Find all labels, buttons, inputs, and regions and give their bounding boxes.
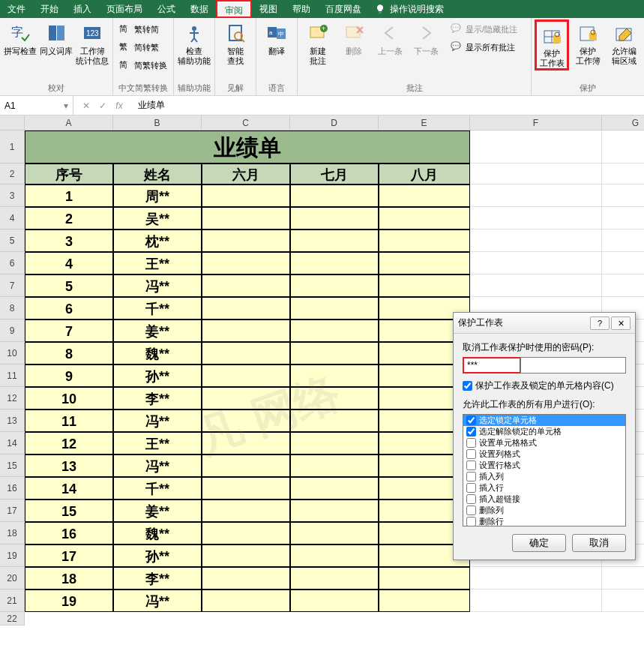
chinese-convert-button[interactable]: 简简繁转换: [116, 57, 170, 74]
show-all-comments-button[interactable]: 💬显示所有批注: [448, 39, 520, 56]
table-data-cell[interactable]: [290, 320, 379, 342]
table-data-cell[interactable]: 18: [25, 567, 113, 590]
row-header[interactable]: 16: [0, 477, 25, 500]
tab-pagelayout[interactable]: 页面布局: [99, 0, 150, 18]
table-data-cell[interactable]: [290, 207, 379, 230]
permission-item[interactable]: 选定解除锁定的单元格: [463, 426, 625, 437]
table-data-cell[interactable]: 19: [25, 590, 113, 612]
tab-view[interactable]: 视图: [252, 0, 285, 18]
table-data-cell[interactable]: [290, 500, 379, 522]
tab-help[interactable]: 帮助: [285, 0, 318, 18]
permission-checkbox[interactable]: [466, 517, 476, 526]
table-data-cell[interactable]: [290, 252, 379, 274]
table-data-cell[interactable]: 千**: [113, 297, 202, 320]
row-header[interactable]: 7: [0, 274, 25, 297]
table-data-cell[interactable]: [290, 522, 379, 544]
table-data-cell[interactable]: [202, 207, 290, 230]
table-data-cell[interactable]: 9: [25, 364, 113, 387]
prev-comment-button[interactable]: 上一条: [373, 20, 407, 56]
table-data-cell[interactable]: 魏**: [113, 522, 202, 544]
table-data-cell[interactable]: 千**: [113, 477, 202, 500]
cancel-button[interactable]: 取消: [572, 534, 626, 552]
table-data-cell[interactable]: [290, 230, 379, 252]
row-header[interactable]: 19: [0, 544, 25, 567]
table-title-cell[interactable]: 业绩单: [25, 130, 470, 164]
table-data-cell[interactable]: 吴**: [113, 207, 202, 230]
tell-me[interactable]: 操作说明搜索: [375, 3, 444, 16]
enter-formula-icon[interactable]: ✓: [96, 100, 109, 111]
cell[interactable]: [602, 230, 644, 252]
table-header-cell[interactable]: 姓名: [113, 164, 202, 184]
table-data-cell[interactable]: 冯**: [113, 454, 202, 477]
password-input-ext[interactable]: [520, 357, 626, 374]
table-data-cell[interactable]: [379, 252, 470, 274]
cell[interactable]: [602, 130, 644, 164]
cancel-formula-icon[interactable]: ✕: [79, 100, 93, 111]
row-header[interactable]: 15: [0, 454, 25, 477]
row-header[interactable]: 1: [0, 130, 25, 164]
tab-insert[interactable]: 插入: [66, 0, 99, 18]
table-header-cell[interactable]: 七月: [290, 164, 379, 184]
permission-checkbox[interactable]: [466, 416, 476, 425]
permission-checkbox[interactable]: [466, 427, 476, 436]
table-data-cell[interactable]: [202, 590, 290, 612]
table-data-cell[interactable]: 1: [25, 184, 113, 207]
permission-checkbox[interactable]: [466, 506, 476, 515]
row-header[interactable]: 21: [0, 590, 25, 612]
row-header[interactable]: 6: [0, 252, 25, 274]
row-header[interactable]: 18: [0, 522, 25, 544]
table-data-cell[interactable]: 16: [25, 522, 113, 544]
column-header[interactable]: E: [379, 116, 470, 130]
table-data-cell[interactable]: 孙**: [113, 364, 202, 387]
tab-formulas[interactable]: 公式: [150, 0, 183, 18]
thesaurus-button[interactable]: 同义词库: [39, 20, 73, 56]
table-data-cell[interactable]: 冯**: [113, 410, 202, 432]
cell[interactable]: [470, 184, 602, 207]
workbook-stats-button[interactable]: 123 工作簿 统计信息: [75, 20, 109, 66]
column-header[interactable]: D: [290, 116, 379, 130]
row-header[interactable]: 5: [0, 230, 25, 252]
table-header-cell[interactable]: 六月: [202, 164, 290, 184]
tab-file[interactable]: 文件: [0, 0, 33, 18]
cell[interactable]: [470, 274, 602, 297]
row-header[interactable]: 12: [0, 387, 25, 410]
table-data-cell[interactable]: 12: [25, 432, 113, 454]
table-data-cell[interactable]: [202, 544, 290, 567]
table-data-cell[interactable]: 孙**: [113, 544, 202, 567]
column-header[interactable]: C: [202, 116, 290, 130]
permission-checkbox[interactable]: [466, 449, 476, 459]
row-header[interactable]: 8: [0, 297, 25, 320]
smart-lookup-button[interactable]: 智能 查找: [218, 20, 253, 66]
table-data-cell[interactable]: 5: [25, 274, 113, 297]
next-comment-button[interactable]: 下一条: [409, 20, 443, 56]
cell[interactable]: [602, 567, 644, 590]
table-data-cell[interactable]: [202, 522, 290, 544]
tab-review[interactable]: 审阅: [216, 0, 252, 18]
row-header[interactable]: 2: [0, 164, 25, 184]
table-data-cell[interactable]: [290, 342, 379, 364]
table-data-cell[interactable]: 17: [25, 544, 113, 567]
table-data-cell[interactable]: 姜**: [113, 500, 202, 522]
table-data-cell[interactable]: [202, 410, 290, 432]
table-data-cell[interactable]: 8: [25, 342, 113, 364]
tab-home[interactable]: 开始: [33, 0, 66, 18]
table-data-cell[interactable]: [379, 230, 470, 252]
permission-item[interactable]: 删除列: [463, 505, 625, 516]
ok-button[interactable]: 确定: [512, 534, 566, 552]
table-data-cell[interactable]: [290, 297, 379, 320]
permission-item[interactable]: 插入列: [463, 471, 625, 482]
delete-comment-button[interactable]: 删除: [337, 20, 371, 56]
cell[interactable]: [602, 590, 644, 612]
namebox-dropdown-icon[interactable]: ▾: [64, 100, 68, 111]
table-data-cell[interactable]: 枕**: [113, 230, 202, 252]
row-header[interactable]: 11: [0, 364, 25, 387]
permission-checkbox[interactable]: [466, 438, 476, 448]
table-data-cell[interactable]: [290, 184, 379, 207]
table-data-cell[interactable]: [290, 454, 379, 477]
show-hide-comment-button[interactable]: 💬显示/隐藏批注: [448, 21, 520, 38]
protect-workbook-button[interactable]: 保护 工作簿: [571, 20, 605, 66]
spellcheck-button[interactable]: 字 拼写检查: [3, 20, 37, 56]
table-data-cell[interactable]: [379, 207, 470, 230]
cell[interactable]: [470, 164, 602, 184]
table-data-cell[interactable]: [290, 590, 379, 612]
